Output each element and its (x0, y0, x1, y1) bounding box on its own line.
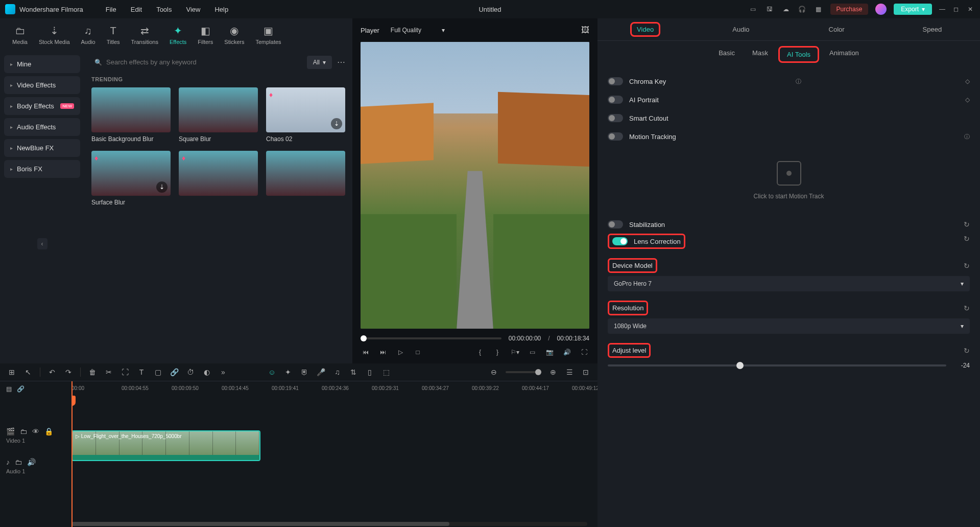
marker-icon[interactable]: ▯ (365, 368, 374, 376)
motion-tracking-toggle[interactable] (608, 132, 623, 141)
snapshot-button[interactable]: 📷 (544, 347, 555, 357)
grid-icon[interactable]: ▦ (814, 5, 823, 14)
save-icon[interactable]: 🖫 (765, 5, 774, 14)
tab-filters[interactable]: ◧Filters (193, 21, 218, 48)
more-icon[interactable]: » (219, 368, 228, 376)
speed-button[interactable]: ⏱ (186, 368, 195, 376)
eye-icon[interactable]: 👁 (32, 427, 39, 436)
adjust-level-slider[interactable] (608, 364, 946, 366)
prop-tab-video[interactable]: Video (597, 18, 693, 40)
download-icon[interactable]: ⇣ (331, 118, 342, 129)
tab-effects[interactable]: ✦Effects (164, 21, 192, 48)
copy-button[interactable]: ▢ (153, 368, 162, 376)
sidebar-back-button[interactable]: ‹ (37, 238, 47, 249)
color-button[interactable]: ◐ (202, 368, 211, 376)
effect-basic-bg-blur[interactable]: Basic Background Blur (91, 87, 171, 143)
shield-icon[interactable]: ⛨ (300, 368, 309, 376)
tab-stock-media[interactable]: ⇣Stock Media (34, 21, 75, 48)
sidebar-item-mine[interactable]: ▸Mine (4, 55, 80, 73)
timeline-clip[interactable]: ▷ Low_Flight_over_the_Houses_720p_5000br (71, 430, 260, 461)
tab-transitions[interactable]: ⇄Transitions (126, 21, 163, 48)
delete-button[interactable]: 🗑 (88, 368, 97, 376)
smart-cutout-toggle[interactable] (608, 114, 623, 122)
mark-in-button[interactable]: { (475, 347, 485, 357)
maximize-icon[interactable]: ◻ (953, 6, 961, 13)
subtab-basic[interactable]: Basic (711, 46, 742, 63)
effect-square-blur[interactable]: Square Blur (179, 87, 258, 143)
prop-tab-audio[interactable]: Audio (693, 18, 788, 40)
step-back-button[interactable]: ⏭ (378, 347, 388, 357)
crop-button[interactable]: ⛶ (121, 368, 130, 376)
reset-icon[interactable]: ↻ (964, 262, 970, 270)
link-button[interactable]: 🔗 (170, 368, 179, 376)
audio-fx-icon[interactable]: ♫ (332, 368, 342, 376)
slider-thumb[interactable] (736, 362, 744, 369)
scrub-thumb[interactable] (361, 335, 367, 341)
menu-tools[interactable]: Tools (156, 6, 172, 13)
volume-button[interactable]: 🔊 (562, 347, 572, 357)
redo-button[interactable]: ↷ (64, 368, 73, 376)
zoom-in-button[interactable]: ⊕ (548, 368, 558, 376)
subtab-animation[interactable]: Animation (822, 46, 866, 63)
menu-help[interactable]: Help (214, 6, 228, 13)
tab-audio[interactable]: ♫Audio (76, 22, 101, 48)
menu-edit[interactable]: Edit (131, 6, 142, 13)
record-icon[interactable]: ⬚ (381, 368, 391, 376)
prop-tab-speed[interactable]: Speed (885, 18, 980, 40)
fullscreen-button[interactable]: ⛶ (579, 347, 589, 357)
stop-button[interactable]: □ (413, 347, 423, 357)
prop-tab-color[interactable]: Color (789, 18, 885, 40)
playhead[interactable] (71, 381, 73, 527)
filter-dropdown[interactable]: All▾ (307, 56, 332, 69)
undo-button[interactable]: ↶ (47, 368, 57, 376)
timeline-view-icon[interactable]: ▤ (6, 385, 12, 393)
reset-icon[interactable]: ↻ (964, 304, 970, 312)
sidebar-item-boris[interactable]: ▸Boris FX (4, 160, 80, 178)
link-tracks-icon[interactable]: 🔗 (17, 385, 25, 393)
stabilization-toggle[interactable] (608, 220, 623, 228)
picture-icon[interactable]: 🖼 (581, 26, 589, 35)
keyframe-diamond-icon[interactable]: ◇ (965, 78, 970, 85)
info-icon[interactable]: ⓘ (796, 78, 801, 85)
prev-button[interactable]: ⏮ (361, 347, 371, 357)
mic-icon[interactable]: 🎤 (316, 368, 325, 376)
tab-titles[interactable]: TTitles (102, 22, 125, 48)
tab-media[interactable]: 🗀Media (7, 22, 33, 48)
info-icon[interactable]: ⓘ (964, 133, 970, 141)
zoom-out-button[interactable]: ⊖ (489, 368, 498, 376)
effect-chaos-02[interactable]: ♦⇣ Chaos 02 (266, 87, 345, 143)
effect-card[interactable]: ♦ (179, 151, 258, 206)
resolution-dropdown[interactable]: 1080p Wide ▾ (608, 318, 970, 334)
grid-view-icon[interactable]: ⊞ (7, 368, 16, 376)
markers-button[interactable]: ⚐▾ (510, 347, 520, 357)
fit-icon[interactable]: ⊡ (581, 368, 590, 376)
display-button[interactable]: ▭ (527, 347, 537, 357)
ai-portrait-toggle[interactable] (608, 96, 623, 104)
subtab-mask[interactable]: Mask (745, 46, 775, 63)
sidebar-item-newblue[interactable]: ▸NewBlue FX (4, 139, 80, 157)
play-button[interactable]: ▷ (395, 347, 405, 357)
reset-icon[interactable]: ↻ (964, 347, 970, 355)
face-icon[interactable]: ☺ (267, 368, 276, 376)
audio-track-header[interactable]: ♪ 🗀 🔊 (0, 448, 71, 468)
sync-icon[interactable]: ⇅ (349, 368, 358, 376)
motion-track-placeholder[interactable]: Click to start Motion Track (608, 146, 970, 215)
effect-surface-blur[interactable]: ♦⇣ Surface Blur (91, 151, 171, 206)
user-avatar[interactable] (875, 4, 887, 15)
sidebar-item-audio-effects[interactable]: ▸Audio Effects (4, 118, 80, 136)
scrub-track[interactable] (361, 337, 501, 339)
reset-icon[interactable]: ↻ (964, 235, 970, 243)
menu-file[interactable]: File (106, 6, 116, 13)
lens-correction-toggle[interactable] (612, 237, 628, 245)
headphones-icon[interactable]: 🎧 (798, 5, 807, 14)
keyframe-diamond-icon[interactable]: ◇ (965, 96, 970, 103)
list-view-icon[interactable]: ☰ (565, 368, 574, 376)
minimize-icon[interactable]: — (939, 6, 946, 13)
lock-icon[interactable]: 🔒 (44, 427, 53, 436)
text-button[interactable]: T (137, 368, 146, 376)
sidebar-item-video-effects[interactable]: ▸Video Effects (4, 76, 80, 94)
timeline-scrollbar[interactable] (71, 522, 587, 526)
pointer-icon[interactable]: ↖ (23, 368, 33, 376)
more-icon[interactable]: ⋯ (337, 57, 345, 67)
tab-stickers[interactable]: ◉Stickers (219, 21, 249, 48)
